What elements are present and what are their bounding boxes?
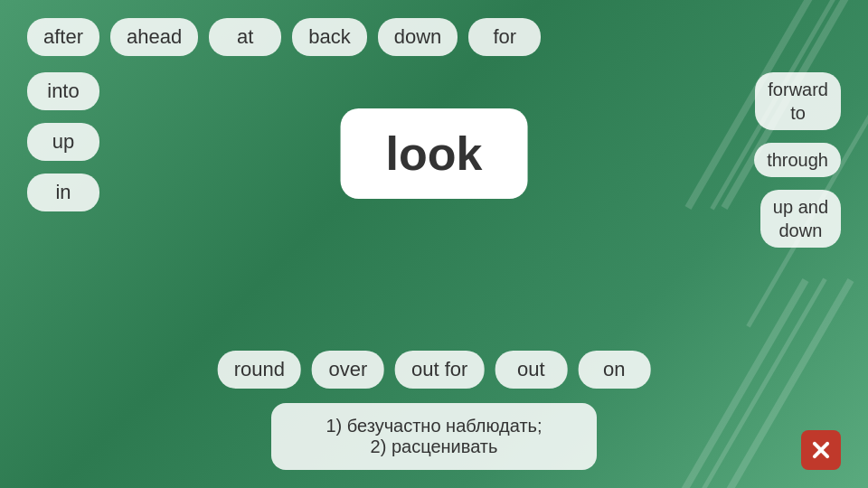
chip-through-text: through [767, 148, 828, 172]
chip-over[interactable]: over [312, 351, 384, 389]
bottom-line2: 2) расценивать [307, 436, 561, 457]
look-container: look [341, 108, 528, 199]
chip-into[interactable]: into [27, 72, 99, 110]
left-column: into up in [27, 72, 99, 211]
chip-forward-to[interactable]: forwardto [755, 72, 841, 130]
chip-up-and-down[interactable]: up anddown [760, 190, 841, 248]
chip-forward-to-text: forwardto [768, 78, 828, 125]
chip-through[interactable]: through [754, 143, 841, 177]
chip-look[interactable]: look [341, 108, 528, 199]
chip-up-and-down-text: up anddown [773, 195, 828, 242]
row2: round over out for out on [218, 351, 651, 389]
main-container: after ahead at back down for into up in … [0, 0, 868, 488]
chip-down[interactable]: down [378, 18, 458, 56]
chip-for[interactable]: for [468, 18, 541, 56]
right-column: forwardto through up anddown [754, 72, 841, 248]
chip-ahead[interactable]: ahead [110, 18, 198, 56]
chip-on[interactable]: on [578, 351, 650, 389]
row1: after ahead at back down for [27, 18, 841, 56]
chip-at[interactable]: at [209, 18, 281, 56]
chip-out-for[interactable]: out for [395, 351, 484, 389]
chip-round[interactable]: round [218, 351, 301, 389]
chip-back[interactable]: back [292, 18, 366, 56]
chip-out[interactable]: out [495, 351, 567, 389]
bottom-line1: 1) безучастно наблюдать; [307, 416, 561, 436]
bottom-text-box: 1) безучастно наблюдать; 2) расценивать [271, 403, 597, 470]
chip-in[interactable]: in [27, 174, 99, 211]
close-button[interactable] [801, 430, 841, 470]
chip-after[interactable]: after [27, 18, 99, 56]
chip-up[interactable]: up [27, 123, 99, 161]
